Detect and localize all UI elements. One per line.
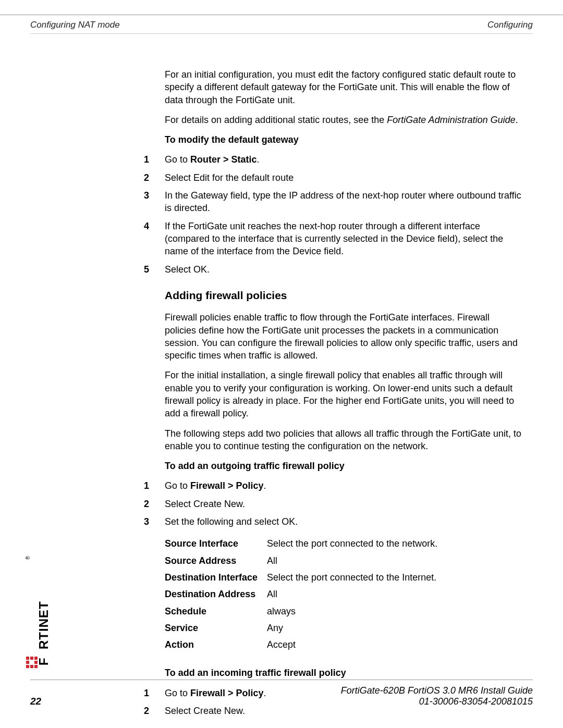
cell-val: All [267,586,443,602]
footer-line1: FortiGate-620B FortiOS 3.0 MR6 Install G… [341,685,533,696]
header-right: Configuring [487,20,533,30]
cell-key: Source Address [165,552,267,569]
step: 2Select Create New. [144,498,522,510]
step-text: In the Gateway field, type the IP addres… [165,189,522,215]
cell-key: Schedule [165,603,267,620]
outgoing-steps: 1Go to Firewall > Policy. 2Select Create… [144,479,522,528]
step-num: 4 [144,220,165,258]
step-num: 1 [144,479,165,492]
logo-text: F RTINET [36,601,51,665]
intro-p2-post: . [516,115,518,125]
table-row: Source InterfaceSelect the port connecte… [165,535,443,552]
running-header: Configuring NAT mode Configuring [30,20,533,34]
table-row: Destination AddressAll [165,586,443,602]
intro-p2-pre: For details on adding additional static … [165,115,387,125]
step-text: Select Create New. [165,498,522,510]
header-left: Configuring NAT mode [30,20,120,30]
step-text: Set the following and select OK. [165,515,522,528]
footer-info: FortiGate-620B FortiOS 3.0 MR6 Install G… [341,685,533,707]
firewall-p1: Firewall policies enable traffic to flow… [165,311,522,362]
firewall-heading: Adding firewall policies [165,288,522,303]
step-post: . [257,154,260,165]
policy-table: Source InterfaceSelect the port connecte… [165,535,443,653]
step: 1Go to Firewall > Policy. [144,479,522,492]
step-text: Go to Firewall > Policy. [165,479,522,492]
step-text: Go to Router > Static. [165,153,522,166]
step-num: 2 [144,498,165,510]
cell-key: Destination Interface [165,569,267,586]
step: 3Set the following and select OK. [144,515,522,528]
step-text: Select Edit for the default route [165,171,522,184]
body-content: For an initial configuration, you must e… [165,68,522,717]
step-pre: Go to [165,480,190,491]
logo-dots-icon [26,657,38,668]
step-num: 2 [144,171,165,184]
step-num: 3 [144,189,165,215]
cell-val: All [267,552,443,569]
document-page: Configuring NAT mode Configuring For an … [0,0,563,728]
intro-p2: For details on adding additional static … [165,114,522,126]
registered-mark: ® [25,556,31,560]
step: 2Select Edit for the default route [144,171,522,184]
step-pre: Go to [165,154,190,165]
step-bold: Router > Static [190,154,257,165]
outgoing-heading: To add an outgoing traffic firewall poli… [165,460,522,472]
step-bold: Firewall > Policy [190,480,264,491]
page-number: 22 [30,696,41,707]
intro-p1: For an initial configuration, you must e… [165,68,522,106]
step-post: . [264,480,266,491]
table-row: Destination InterfaceSelect the port con… [165,569,443,586]
cell-val: Accept [267,636,443,653]
step-text: Select OK. [165,263,522,276]
step: 3In the Gateway field, type the IP addre… [144,189,522,215]
cell-val: always [267,603,443,620]
page-footer: 22 FortiGate-620B FortiOS 3.0 MR6 Instal… [30,680,533,707]
step-text: If the FortiGate unit reaches the next-h… [165,220,522,258]
step: 4If the FortiGate unit reaches the next-… [144,220,522,258]
step: 5Select OK. [144,263,522,276]
cell-val: Select the port connected to the Interne… [267,569,443,586]
cell-key: Action [165,636,267,653]
cell-val: Select the port connected to the network… [267,535,443,552]
incoming-heading: To add an incoming traffic firewall poli… [165,667,522,679]
cell-key: Destination Address [165,586,267,602]
table-row: ActionAccept [165,636,443,653]
step-num: 3 [144,515,165,528]
firewall-p2: For the initial installation, a single f… [165,369,522,419]
table-row: Schedulealways [165,603,443,620]
modify-heading: To modify the default gateway [165,133,522,146]
table-row: ServiceAny [165,620,443,636]
intro-p2-ital: FortiGate Administration Guide [387,115,515,125]
table-row: Source AddressAll [165,552,443,569]
step-num: 5 [144,263,165,276]
step-num: 1 [144,153,165,166]
firewall-p3: The following steps add two policies tha… [165,427,522,453]
modify-steps: 1Go to Router > Static. 2Select Edit for… [144,153,522,275]
top-rule [0,15,563,15]
cell-val: Any [267,620,443,636]
cell-key: Source Interface [165,535,267,552]
footer-line2: 01-30006-83054-20081015 [341,696,533,707]
step: 1Go to Router > Static. [144,153,522,166]
cell-key: Service [165,620,267,636]
